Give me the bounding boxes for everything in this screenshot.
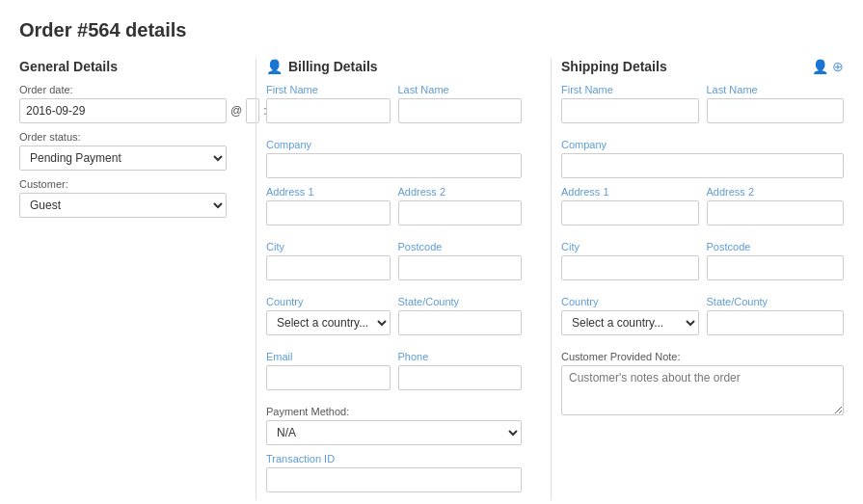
shipping-lastname-input[interactable] (707, 98, 845, 123)
order-status-label: Order status: (19, 131, 227, 143)
transaction-id-group: Transaction ID (266, 453, 522, 492)
billing-city-label: City (266, 241, 391, 252)
shipping-city-input[interactable] (561, 255, 699, 280)
billing-lastname-label: Last Name (398, 84, 523, 95)
billing-address2-group: Address 2 (398, 186, 523, 225)
payment-method-group: Payment Method: N/A Credit Card PayPal B… (266, 406, 522, 445)
order-date-group: Order date: @ : (19, 84, 227, 123)
shipping-firstname-group: First Name (561, 84, 699, 123)
shipping-section: Shipping Details First Name Last Name Co… (561, 59, 844, 423)
shipping-country-group: Country Select a country... United State… (561, 296, 699, 335)
customer-select[interactable]: Guest (19, 193, 227, 218)
customer-note-textarea[interactable] (561, 365, 844, 415)
order-hour-input[interactable] (246, 98, 259, 123)
shipping-postcode-label: Postcode (707, 241, 845, 252)
billing-state-group: State/County (398, 296, 523, 335)
shipping-address1-input[interactable] (561, 200, 699, 225)
customer-note-label: Customer Provided Note: (561, 351, 844, 362)
shipping-country-label: Country (561, 296, 699, 307)
shipping-add-icon[interactable] (832, 59, 844, 74)
billing-company-group: Company (266, 139, 522, 178)
divider-2 (551, 59, 552, 500)
transaction-id-input[interactable] (266, 467, 522, 492)
divider-1 (256, 59, 256, 500)
shipping-country-select[interactable]: Select a country... United States United… (561, 310, 699, 335)
billing-address1-group: Address 1 (266, 186, 391, 225)
general-title: General Details (19, 59, 118, 74)
billing-phone-input[interactable] (398, 365, 523, 390)
order-status-select[interactable]: Pending Payment Processing On Hold Compl… (19, 146, 227, 171)
billing-state-input[interactable] (398, 310, 523, 335)
billing-firstname-group: First Name (266, 84, 391, 123)
shipping-person-icon (812, 59, 828, 74)
general-section: General Details Order date: @ : Order st… (19, 59, 246, 225)
billing-address1-label: Address 1 (266, 186, 391, 198)
shipping-firstname-input[interactable] (561, 98, 699, 123)
at-symbol: @ (230, 104, 242, 118)
billing-firstname-label: First Name (266, 84, 391, 95)
billing-email-input[interactable] (266, 365, 391, 390)
billing-firstname-input[interactable] (266, 98, 391, 123)
billing-address2-input[interactable] (398, 200, 523, 225)
shipping-state-input[interactable] (707, 310, 845, 335)
shipping-address2-group: Address 2 (707, 186, 845, 225)
billing-postcode-group: Postcode (398, 241, 523, 280)
customer-label: Customer: (19, 178, 227, 190)
billing-state-label: State/County (398, 296, 523, 307)
payment-method-label: Payment Method: (266, 406, 522, 417)
payment-method-select[interactable]: N/A Credit Card PayPal Bank Transfer (266, 420, 522, 445)
billing-person-icon (266, 59, 283, 74)
customer-group: Customer: Guest (19, 178, 227, 218)
shipping-lastname-group: Last Name (707, 84, 845, 123)
billing-city-group: City (266, 241, 391, 280)
billing-lastname-group: Last Name (398, 84, 523, 123)
order-date-input[interactable] (19, 98, 227, 123)
shipping-company-label: Company (561, 139, 844, 150)
billing-city-input[interactable] (266, 255, 391, 280)
order-date-label: Order date: (19, 84, 227, 95)
shipping-address2-input[interactable] (707, 200, 845, 225)
shipping-city-group: City (561, 241, 699, 280)
shipping-postcode-input[interactable] (707, 255, 845, 280)
shipping-company-group: Company (561, 139, 844, 178)
page-title: Order #564 details (19, 19, 844, 41)
order-status-group: Order status: Pending Payment Processing… (19, 131, 227, 171)
transaction-id-label: Transaction ID (266, 453, 522, 464)
billing-title: Billing Details (288, 59, 378, 74)
shipping-firstname-label: First Name (561, 84, 699, 95)
customer-note-group: Customer Provided Note: (561, 351, 844, 415)
shipping-lastname-label: Last Name (707, 84, 845, 95)
billing-address1-input[interactable] (266, 200, 391, 225)
billing-country-group: Country Select a country... United State… (266, 296, 391, 335)
billing-address2-label: Address 2 (398, 186, 523, 198)
shipping-address1-group: Address 1 (561, 186, 699, 225)
shipping-address2-label: Address 2 (707, 186, 845, 198)
shipping-postcode-group: Postcode (707, 241, 845, 280)
billing-company-label: Company (266, 139, 522, 150)
billing-country-select[interactable]: Select a country... United States United… (266, 310, 391, 335)
billing-postcode-label: Postcode (398, 241, 523, 252)
shipping-company-input[interactable] (561, 153, 844, 178)
shipping-address1-label: Address 1 (561, 186, 699, 198)
shipping-title: Shipping Details (561, 59, 667, 74)
shipping-state-label: State/County (707, 296, 845, 307)
billing-phone-group: Phone (398, 351, 523, 390)
billing-phone-label: Phone (398, 351, 523, 362)
billing-email-label: Email (266, 351, 391, 362)
billing-country-label: Country (266, 296, 391, 307)
billing-postcode-input[interactable] (398, 255, 523, 280)
shipping-state-group: State/County (707, 296, 845, 335)
billing-section: Billing Details First Name Last Name Com… (266, 59, 541, 500)
billing-email-group: Email (266, 351, 391, 390)
shipping-city-label: City (561, 241, 699, 252)
billing-lastname-input[interactable] (398, 98, 523, 123)
billing-company-input[interactable] (266, 153, 522, 178)
